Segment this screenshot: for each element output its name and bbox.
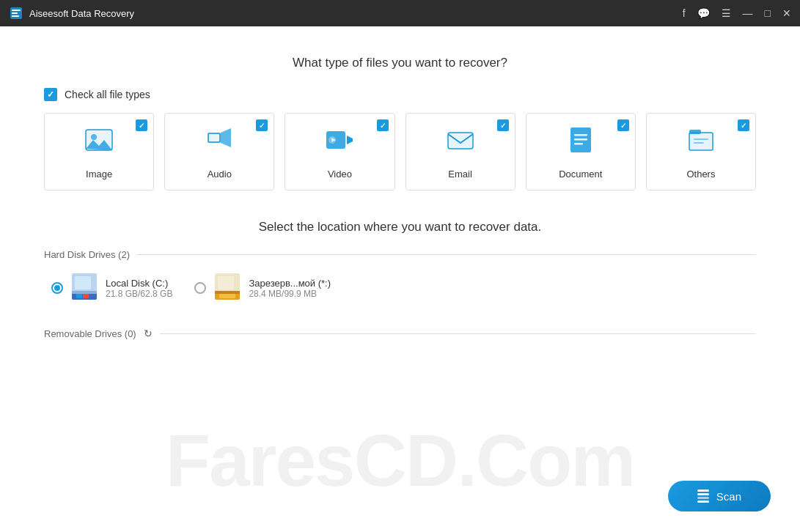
- svg-rect-30: [219, 294, 235, 298]
- window-controls: f 💬 ☰ — □ ✕: [683, 7, 791, 19]
- scan-button[interactable]: Scan: [668, 481, 771, 511]
- document-label: Document: [559, 169, 602, 180]
- drive-reserved-size: 28.4 MB/99.9 MB: [249, 289, 331, 299]
- video-icon: [325, 125, 354, 161]
- check-all-label[interactable]: Check all file types: [65, 89, 150, 100]
- chat-icon[interactable]: 💬: [697, 7, 710, 19]
- drive-reserved-radio[interactable]: [194, 282, 206, 294]
- scan-icon: [697, 489, 709, 503]
- minimize-icon[interactable]: —: [743, 7, 753, 19]
- svg-rect-25: [83, 294, 89, 298]
- others-checkbox[interactable]: ✓: [738, 119, 749, 131]
- file-type-card-image[interactable]: ✓ Image: [44, 113, 154, 191]
- svg-rect-26: [75, 276, 91, 289]
- email-checkbox[interactable]: ✓: [497, 119, 509, 131]
- email-icon: [446, 125, 475, 161]
- svg-point-5: [91, 134, 97, 140]
- svg-rect-31: [218, 276, 234, 289]
- drive-c-radio[interactable]: [51, 282, 63, 294]
- svg-rect-19: [689, 130, 701, 134]
- file-type-card-video[interactable]: ✓ Video: [285, 113, 395, 191]
- drive-c-info: Local Disk (C:) 21.8 GB/62.8 GB: [106, 278, 172, 299]
- drive-c-name: Local Disk (C:): [106, 278, 172, 289]
- audio-checkbox[interactable]: ✓: [256, 119, 268, 131]
- refresh-icon[interactable]: ↻: [144, 328, 153, 339]
- audio-label: Audio: [208, 169, 232, 180]
- main-content: What type of files you want to recover? …: [0, 26, 800, 354]
- menu-icon[interactable]: ☰: [722, 7, 731, 19]
- drive-reserved-info: Зарезерв...мой (*:) 28.4 MB/99.9 MB: [249, 278, 331, 299]
- check-mark: ✓: [47, 89, 54, 100]
- file-type-question: What type of files you want to recover?: [44, 56, 756, 70]
- svg-rect-16: [574, 138, 587, 141]
- svg-rect-1: [12, 10, 21, 11]
- video-checkbox[interactable]: ✓: [377, 119, 389, 131]
- svg-rect-15: [574, 134, 587, 136]
- svg-rect-17: [574, 143, 583, 145]
- svg-rect-3: [12, 15, 19, 17]
- svg-rect-32: [215, 291, 240, 294]
- close-icon[interactable]: ✕: [782, 7, 791, 19]
- document-checkbox[interactable]: ✓: [617, 119, 629, 131]
- email-label: Email: [448, 169, 472, 180]
- drive-reserved-name: Зарезерв...мой (*:): [249, 278, 331, 289]
- video-label: Video: [328, 169, 352, 180]
- image-label: Image: [86, 169, 112, 180]
- svg-rect-13: [448, 133, 473, 149]
- file-types-row: ✓ Image ✓ Aud: [44, 113, 756, 191]
- file-type-card-email[interactable]: ✓ Email: [405, 113, 515, 191]
- check-all-container: ✓ Check all file types: [44, 88, 756, 101]
- drive-c-size: 21.8 GB/62.8 GB: [106, 289, 172, 299]
- svg-rect-24: [76, 294, 82, 298]
- others-label: Others: [686, 169, 715, 180]
- svg-rect-20: [694, 138, 708, 140]
- svg-rect-27: [72, 291, 97, 294]
- drives-row: Local Disk (C:) 21.8 GB/62.8 GB Зарезерв…: [44, 270, 756, 306]
- document-icon: [566, 125, 595, 161]
- image-checkbox[interactable]: ✓: [136, 119, 147, 131]
- drive-reserved-icon: [213, 270, 241, 306]
- maximize-icon[interactable]: □: [765, 7, 771, 19]
- facebook-icon[interactable]: f: [683, 7, 686, 19]
- app-title: Aiseesoft Data Recovery: [29, 8, 683, 19]
- svg-rect-21: [694, 142, 704, 144]
- drive-c-icon: [70, 270, 98, 306]
- check-all-checkbox[interactable]: ✓: [44, 88, 57, 101]
- titlebar: Aiseesoft Data Recovery f 💬 ☰ — □ ✕: [0, 0, 800, 26]
- drive-reserved-item[interactable]: Зарезерв...мой (*:) 28.4 MB/99.9 MB: [194, 270, 331, 306]
- removable-section-label: Removable Drives (0) ↻: [44, 328, 756, 339]
- location-title: Select the location where you want to re…: [44, 220, 756, 234]
- image-icon: [84, 125, 114, 161]
- app-icon: [9, 6, 23, 21]
- svg-rect-8: [209, 134, 219, 141]
- file-type-card-document[interactable]: ✓ Document: [526, 113, 636, 191]
- svg-marker-10: [347, 136, 353, 144]
- file-type-card-others[interactable]: ✓ Others: [646, 113, 756, 191]
- audio-icon: [205, 125, 234, 161]
- file-type-card-audio[interactable]: ✓ Audio: [164, 113, 274, 191]
- drive-c-item[interactable]: Local Disk (C:) 21.8 GB/62.8 GB: [51, 270, 172, 306]
- others-icon: [686, 125, 716, 161]
- scan-label: Scan: [716, 490, 741, 503]
- svg-rect-2: [12, 12, 18, 14]
- svg-marker-7: [221, 128, 231, 147]
- svg-rect-18: [689, 133, 713, 150]
- hard-disk-section-label: Hard Disk Drives (2): [44, 249, 756, 260]
